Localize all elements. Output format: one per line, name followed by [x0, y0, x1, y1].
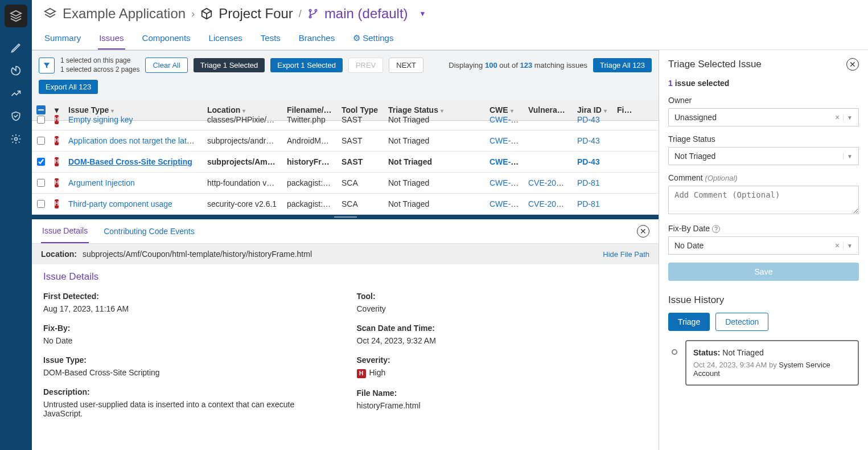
bc-project[interactable]: Project Four [219, 6, 293, 22]
triage-selected-button[interactable]: Triage 1 Selected [194, 58, 265, 72]
jira-link[interactable]: PD-43 [577, 115, 600, 124]
owner-label: Owner [668, 96, 859, 105]
severity-badge: H [55, 136, 59, 145]
comment-textarea[interactable] [668, 186, 859, 214]
clear-all-button[interactable]: Clear All [145, 58, 187, 73]
comment-label: Comment (Optional) [668, 173, 859, 182]
tab-settings[interactable]: ⚙Settings [352, 27, 394, 50]
issue-link[interactable]: Application does not target the latest… [68, 136, 203, 145]
table-row[interactable]: HThird-party component usagesecurity-cor… [32, 194, 659, 215]
svg-point-1 [309, 10, 311, 11]
clear-fixby-icon[interactable]: × [832, 241, 843, 250]
chevron-right-icon: › [191, 8, 195, 20]
table-row[interactable]: HApplication does not target the latest…… [32, 130, 659, 152]
jira-link[interactable]: PD-43 [577, 157, 600, 166]
branch-icon [307, 8, 319, 19]
app-logo[interactable] [5, 5, 27, 27]
select-all-checkbox[interactable] [36, 105, 46, 114]
fixby-select[interactable]: No Date × ▼ [668, 236, 859, 255]
jira-link[interactable]: PD-81 [577, 178, 600, 187]
cwe-link[interactable]: CWE-88 [489, 178, 520, 187]
pie-icon[interactable] [5, 59, 27, 82]
left-nav-rail [0, 0, 32, 450]
selection-info: 1 selected on this page 1 selected acros… [60, 56, 139, 74]
caret-down-icon: ▼ [843, 114, 853, 121]
resize-handle[interactable] [32, 215, 659, 219]
svg-point-0 [15, 138, 18, 141]
vuln-link[interactable]: CVE-2019-18 [528, 178, 573, 187]
gear-icon[interactable] [5, 128, 27, 150]
clear-owner-icon[interactable]: × [832, 113, 843, 122]
history-tab-triage[interactable]: Triage [668, 313, 710, 331]
location-label: Location: [41, 249, 77, 259]
bc-branch[interactable]: main (default) [324, 6, 408, 22]
gear-icon-small: ⚙ [353, 33, 360, 43]
breadcrumb: Example Application › Project Four / mai… [32, 0, 868, 27]
prev-button: PREV [348, 58, 383, 73]
tab-issues[interactable]: Issues [98, 27, 125, 50]
cwe-link[interactable]: CWE-3… [489, 115, 523, 124]
row-checkbox[interactable] [37, 200, 45, 208]
triage-panel: Triage Selected Issue ✕ 1 issue selected… [659, 50, 868, 450]
severity-badge: H [55, 157, 59, 166]
triage-selection-count: 1 issue selected [668, 79, 859, 88]
row-checkbox[interactable] [37, 179, 45, 187]
row-checkbox[interactable] [37, 116, 45, 124]
row-checkbox[interactable] [37, 158, 45, 166]
triage-all-button[interactable]: Triage All 123 [593, 58, 652, 72]
hide-file-path-link[interactable]: Hide File Path [603, 250, 649, 259]
caret-down-icon: ▼ [843, 243, 853, 249]
svg-point-2 [315, 10, 316, 11]
trend-icon[interactable] [5, 82, 27, 105]
tab-branches[interactable]: Branches [298, 27, 336, 50]
tab-components[interactable]: Components [141, 27, 192, 50]
pen-icon[interactable] [5, 36, 27, 59]
tab-summary[interactable]: Summary [43, 27, 82, 50]
export-selected-button[interactable]: Export 1 Selected [270, 58, 343, 72]
layers-icon [43, 7, 57, 21]
close-detail-icon[interactable]: ✕ [637, 225, 649, 238]
help-icon[interactable]: ? [712, 225, 720, 233]
nav-tabs: Summary Issues Components Licenses Tests… [32, 27, 868, 50]
display-count: Displaying 100 out of 123 matching issue… [449, 61, 587, 69]
export-all-button[interactable]: Export All 123 [39, 80, 98, 94]
svg-point-3 [309, 16, 311, 18]
detail-tab-issue[interactable]: Issue Details [41, 219, 89, 243]
detail-tab-code[interactable]: Contributing Code Events [102, 220, 196, 243]
history-item: Status: Not Triaged Oct 24, 2023, 9:34 A… [685, 340, 859, 386]
issue-link[interactable]: DOM-Based Cross-Site Scripting [68, 157, 192, 166]
triage-status-label: Triage Status [668, 134, 859, 144]
table-row[interactable]: HArgument Injectionhttp-foundation v…pac… [32, 173, 659, 194]
close-triage-icon[interactable]: ✕ [846, 58, 859, 71]
location-path: subprojects/Amf/Coupon/html-template/his… [83, 249, 312, 259]
triage-panel-title: Triage Selected Issue [668, 59, 762, 70]
issue-link[interactable]: Empty signing key [68, 115, 133, 124]
cwe-link[interactable]: CWE-79 [489, 157, 520, 166]
next-button[interactable]: NEXT [389, 58, 423, 73]
owner-select[interactable]: Unassigned × ▼ [668, 108, 859, 126]
bc-app[interactable]: Example Application [63, 6, 186, 22]
jira-link[interactable]: PD-43 [577, 136, 600, 145]
table-row[interactable]: HDOM-Based Cross-Site Scriptingsubprojec… [32, 152, 659, 173]
issue-link[interactable]: Third-party component usage [68, 199, 172, 208]
row-checkbox[interactable] [37, 137, 45, 145]
caret-down-icon: ▼ [843, 153, 853, 159]
tab-tests[interactable]: Tests [260, 27, 282, 50]
timeline-dot-icon [672, 349, 677, 355]
branch-dropdown-caret[interactable]: ▼ [419, 10, 426, 18]
severity-badge: H [55, 115, 59, 124]
tab-licenses[interactable]: Licenses [208, 27, 244, 50]
cube-icon [200, 7, 213, 20]
cwe-link[interactable]: CWE-1… [489, 136, 523, 145]
filter-button[interactable] [39, 58, 55, 73]
jira-link[interactable]: PD-81 [577, 199, 600, 208]
severity-badge: H [55, 178, 59, 187]
issue-link[interactable]: Argument Injection [68, 178, 135, 187]
shield-icon[interactable] [5, 105, 27, 128]
fixby-label: Fix-By Date? [668, 224, 859, 233]
vuln-link[interactable]: CVE-2016-19 [528, 199, 573, 208]
triage-status-select[interactable]: Not Triaged ▼ [668, 147, 859, 165]
history-tab-detection[interactable]: Detection [715, 313, 768, 331]
detail-heading: Issue Details [43, 271, 647, 283]
cwe-link[interactable]: CWE-3… [489, 199, 523, 208]
